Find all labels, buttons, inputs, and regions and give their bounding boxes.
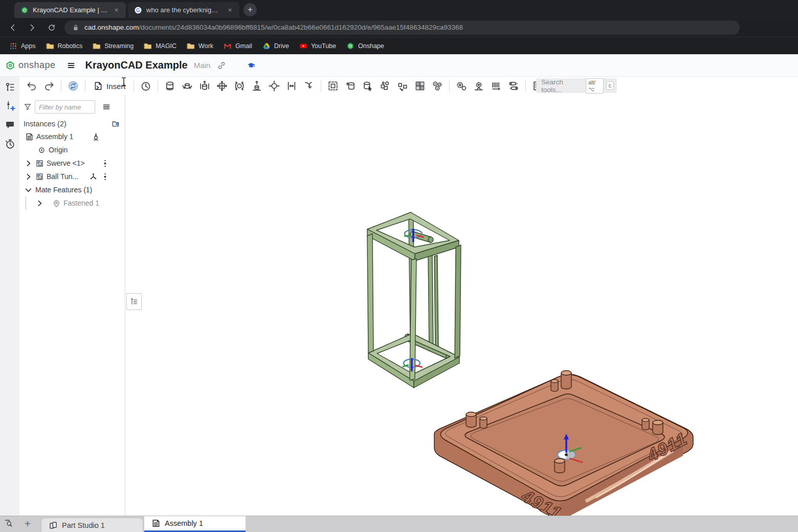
chevron-right-icon[interactable] [35, 199, 44, 208]
box-select-icon[interactable] [325, 78, 341, 94]
tab-assembly[interactable]: Assembly 1 [144, 516, 246, 532]
toggle-switches-icon[interactable] [505, 78, 522, 94]
snap-arrow-icon[interactable] [301, 78, 317, 94]
rack-icon[interactable] [488, 78, 504, 94]
forward-button[interactable] [26, 21, 39, 34]
comment-icon[interactable] [5, 120, 15, 130]
assembly-tree: Assembly 1 Origin Swerve <1> Ball Tun... [19, 130, 125, 210]
onshape-hexagon-icon [6, 61, 14, 70]
url-bar[interactable]: cad.onshape.com/documents/24d836034a0b96… [64, 20, 740, 35]
revolute-mate-button[interactable] [138, 78, 154, 94]
lock-icon [72, 24, 80, 32]
browser-tab-google[interactable]: G who are the cyberknights - Goog × [128, 2, 239, 18]
cylinder-rotate-icon[interactable] [179, 78, 195, 94]
undo-button[interactable] [24, 78, 40, 94]
chevron-right-icon[interactable] [24, 172, 33, 181]
reload-button[interactable] [45, 21, 58, 34]
list-view-icon[interactable] [102, 103, 110, 111]
tab-title: who are the cyberknights - Goog [146, 6, 221, 14]
star-cylinder-icon[interactable] [342, 78, 359, 94]
lift-icon[interactable] [249, 78, 265, 94]
features-flyout-handle[interactable] [126, 293, 142, 310]
cylinder-cursor-icon[interactable] [360, 78, 376, 94]
browser-tab-onshape[interactable]: KrayonCAD Example | Assembly × [14, 2, 126, 18]
add-tab-button[interactable]: + [25, 518, 31, 530]
transfer-parts-icon[interactable] [394, 78, 411, 94]
crosshair-icon[interactable] [266, 78, 282, 94]
tree-row-assembly[interactable]: Assembly 1 [19, 130, 125, 143]
left-icon-rail [0, 77, 19, 516]
close-tab-icon[interactable]: × [112, 6, 121, 15]
planes-icon[interactable] [283, 78, 300, 94]
tree-row-fastened[interactable]: Fastened 1 [19, 196, 125, 210]
pinned-list-icon [130, 298, 138, 306]
subassembly-icon [35, 172, 44, 181]
page-url: cad.onshape.com/documents/24d836034a0b96… [84, 24, 463, 31]
filter-icon[interactable] [24, 103, 32, 111]
history-icon[interactable] [5, 139, 15, 149]
bookmark-gmail[interactable]: Gmail [219, 40, 256, 52]
update-sync-button[interactable] [65, 78, 81, 94]
bookmark-robotics[interactable]: Robotics [42, 40, 87, 52]
versions-icon[interactable] [5, 82, 15, 93]
graphics-viewport[interactable]: 4911 4911 [126, 95, 798, 516]
mate-connector-dots-icon[interactable] [101, 172, 109, 181]
tree-row-swerve[interactable]: Swerve <1> [19, 157, 125, 170]
cylinder-icon[interactable] [162, 78, 178, 94]
green-frame-part[interactable] [353, 205, 471, 389]
redo-button[interactable] [41, 78, 57, 94]
toolbar-separator [449, 80, 450, 92]
chevron-right-icon[interactable] [24, 159, 33, 168]
document-tab-bar: + Part Studio 1 Assembly 1 [0, 516, 798, 532]
tab-search-icon[interactable] [4, 519, 12, 527]
youtube-icon [299, 42, 307, 50]
bookmark-work[interactable]: Work [183, 40, 217, 52]
bookmark-drive[interactable]: Drive [258, 40, 293, 52]
share-link-icon[interactable] [217, 61, 226, 70]
mate-connector-dots-icon[interactable] [101, 159, 109, 168]
toolbar-separator [134, 80, 134, 92]
gear-star-icon[interactable] [471, 78, 487, 94]
mate-icon[interactable] [89, 172, 98, 181]
google-favicon: G [134, 6, 142, 14]
cylinder-raise-icon[interactable] [196, 78, 213, 94]
bookmark-streaming[interactable]: Streaming [88, 40, 138, 52]
onshape-logo[interactable]: onshape [6, 60, 56, 71]
copper-base-part[interactable]: 4911 4911 [432, 366, 703, 517]
gears-pair-icon[interactable] [453, 78, 470, 94]
gears-cluster-icon[interactable] [429, 78, 446, 94]
tab-title: KrayonCAD Example | Assembly [33, 6, 108, 14]
bookmark-magic[interactable]: MAGIC [140, 40, 181, 52]
kbd-c: c [606, 81, 614, 90]
search-tools-box[interactable]: Search tools... alt/⌥ c [536, 78, 617, 93]
new-tab-button[interactable]: + [243, 3, 257, 16]
chevron-down-icon[interactable] [24, 186, 33, 194]
bookmark-youtube[interactable]: YouTube [295, 40, 340, 52]
origin-icon [37, 146, 46, 154]
filter-input[interactable] [35, 100, 95, 114]
branch-name[interactable]: Main [194, 61, 211, 70]
assembly-toolbar: Insert Search tools... alt/⌥ c [19, 77, 798, 95]
learning-center-icon[interactable] [247, 61, 255, 70]
orbit-icon[interactable] [231, 78, 248, 94]
toolbar-separator [61, 80, 61, 92]
instances-panel: Instances (2) Assembly 1 Origin Swerve <… [19, 95, 125, 516]
tab-part-studio[interactable]: Part Studio 1 [41, 518, 143, 532]
tree-row-origin[interactable]: Origin [19, 143, 125, 157]
add-mate-connector-icon[interactable] [5, 101, 15, 112]
close-tab-icon[interactable]: × [226, 6, 234, 15]
tree-row-ball-tun[interactable]: Ball Tun... [19, 170, 125, 183]
grid-squares-icon[interactable] [412, 78, 428, 94]
apps-grid-icon [9, 42, 17, 50]
bookmark-onshape[interactable]: Onshape [342, 40, 388, 52]
new-folder-icon[interactable] [112, 120, 120, 128]
group-parts-icon[interactable] [377, 78, 393, 94]
move-cross-icon[interactable] [214, 78, 230, 94]
bookmark-apps[interactable]: Apps [5, 40, 40, 52]
fastened-mate-icon [52, 199, 61, 208]
back-button[interactable] [6, 21, 19, 34]
document-menu-icon[interactable] [67, 61, 75, 70]
ground-icon[interactable] [92, 132, 100, 141]
mate-connector-triad-top [404, 229, 424, 242]
tree-row-mate-features[interactable]: Mate Features (1) [19, 183, 125, 196]
